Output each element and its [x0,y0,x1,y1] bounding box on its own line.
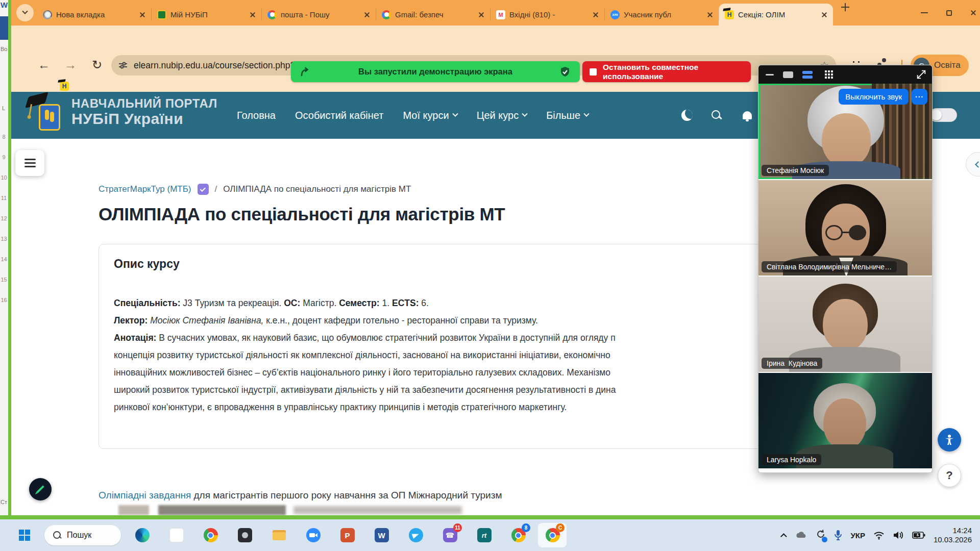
rt-app-icon: rt [477,528,492,542]
taskbar-rt-app[interactable]: rt [467,519,501,551]
notifications-button[interactable] [738,106,756,124]
tab-gmail[interactable]: Gmail: безпеч [376,4,490,26]
tab-search-button[interactable] [16,4,34,21]
site-settings-icon[interactable] [118,61,128,70]
course-index-toggle-button[interactable] [15,150,44,176]
accessibility-button[interactable] [938,428,961,452]
start-button[interactable] [7,519,41,551]
shield-check-icon [559,66,571,78]
language-indicator[interactable]: УКР [850,531,865,540]
description-line: Спеціальність: J3 Туризм та рекреація. О… [114,294,763,312]
volume-icon[interactable] [893,531,904,540]
word-text-fragment: Во [1,46,7,52]
close-window-button[interactable] [965,5,980,20]
nav-my-courses[interactable]: Мої курси [403,110,457,121]
nav-dashboard[interactable]: Особистий кабінет [295,110,383,121]
taskbar-telegram[interactable] [399,519,433,551]
taskbar-search[interactable]: Пошук [44,525,121,545]
minimize-panel-icon[interactable] [766,74,774,76]
clipped-content [158,505,286,515]
tab-zoom-participant[interactable]: zm Учасник публ [604,4,719,26]
breadcrumb-course-link[interactable]: СтратегМаркТур (МТБ) [99,184,191,194]
taskbar-clock[interactable]: 14:24 10.03.2026 [934,526,972,544]
back-button[interactable]: ← [35,55,53,74]
zoom-panel-toolbar [758,65,932,84]
portal-logo-text[interactable]: НАВЧАЛЬНИЙ ПОРТАЛ НУБіП України [71,97,217,127]
taskbar-powerpoint[interactable]: P [330,519,364,551]
close-icon[interactable] [705,10,715,19]
search-icon [53,531,62,540]
description-line: інноваційних можливостей бізнес – суб’єк… [114,364,763,381]
search-button[interactable] [707,106,726,124]
bookmark-nubip-icon[interactable]: Н [60,82,69,91]
taskbar-explorer[interactable] [262,519,296,551]
word-text-fragment: L [2,105,5,111]
olympiad-tasks-link[interactable]: Олімпіадні завдання [99,490,191,500]
taskbar-chrome-active[interactable]: C [535,519,570,551]
photos-icon [169,528,184,542]
windows-taskbar: Пошук P W ☎ 11 rt 8 C [0,519,980,551]
tab-section-olympiad-active[interactable]: Н Секція: ОЛІМ [719,4,833,26]
close-icon[interactable] [591,10,600,19]
close-icon[interactable] [477,10,486,19]
mute-button[interactable]: Выключить звук [839,89,909,105]
more-options-button[interactable]: ··· [912,89,927,105]
close-icon[interactable] [362,10,372,19]
tab-new-tab[interactable]: Нова вкладка [37,4,151,26]
expand-icon[interactable] [916,69,927,80]
reload-button[interactable]: ↻ [88,55,106,74]
clipped-content [118,505,149,515]
taskbar-photos[interactable] [159,519,193,551]
maximize-icon [946,10,952,16]
edit-widget-button[interactable] [29,478,52,500]
microphone-icon[interactable] [834,530,842,541]
stop-sharing-button[interactable]: Остановить совместное использование [582,61,751,82]
participant-name: Larysa Hopkalo [762,454,821,465]
tab-inbox[interactable]: M Вхідні (810) - [490,4,604,26]
battery-icon[interactable] [912,532,925,539]
speaker-view-icon[interactable] [783,71,793,78]
chevron-down-icon [452,111,458,117]
taskbar-edge[interactable] [125,519,159,551]
tab-poshta[interactable]: пошта - Пошу [261,4,376,26]
chevron-left-icon [975,161,980,168]
completion-badge[interactable] [198,184,209,195]
gallery-view-icon[interactable] [825,70,827,72]
taskbar-viber[interactable]: ☎ 11 [433,519,467,551]
taskbar-camera[interactable] [228,519,262,551]
minimize-button[interactable] [916,5,933,20]
profile-badge: C [556,523,565,532]
hidden-icons-chevron[interactable] [780,533,787,540]
sync-status[interactable] [816,529,826,541]
strip-view-icon[interactable] [802,71,813,79]
taskbar-zoom[interactable] [296,519,330,551]
nubip-logo[interactable] [28,97,65,134]
close-icon[interactable] [138,10,147,19]
edit-mode-toggle[interactable] [929,108,957,122]
accessibility-icon [943,434,955,446]
onedrive-icon[interactable] [795,531,807,539]
taskbar-chrome[interactable] [193,519,228,551]
nav-home[interactable]: Головна [237,110,276,121]
search-icon [711,110,722,121]
zoom-video-tile[interactable]: Ірина Кудінова [758,277,932,373]
description-line: Лектор: Мосіюк Стефанія Іванівна, к.е.н.… [114,312,763,329]
close-icon[interactable] [820,10,829,19]
zoom-video-tile[interactable]: Larysa Hopkalo [758,373,932,469]
wifi-icon[interactable] [873,531,885,540]
dark-mode-button[interactable] [678,106,696,124]
participant-name: Стефанія Мосіюк [762,165,829,176]
close-icon[interactable] [248,10,257,19]
hamburger-icon [24,159,36,160]
help-button[interactable]: ? [938,464,961,487]
taskbar-chrome-profile[interactable]: 8 [501,519,535,551]
taskbar-word[interactable]: W [364,519,399,551]
zoom-video-tile-active-speaker[interactable]: Выключить звук ··· Стефанія Мосіюк [758,84,932,180]
nav-more[interactable]: Більше [546,110,589,121]
nav-this-course[interactable]: Цей курс [477,110,527,121]
tab-miy-nubip[interactable]: Мій НУБіП [151,4,261,26]
maximize-button[interactable] [940,5,958,20]
breadcrumb: СтратегМаркТур (МТБ) / ОЛІМПІАДА по спец… [99,184,411,195]
zoom-video-tile[interactable]: Світлана Володимирівна Мельниче… [758,180,932,277]
forward-button[interactable]: → [61,55,80,74]
